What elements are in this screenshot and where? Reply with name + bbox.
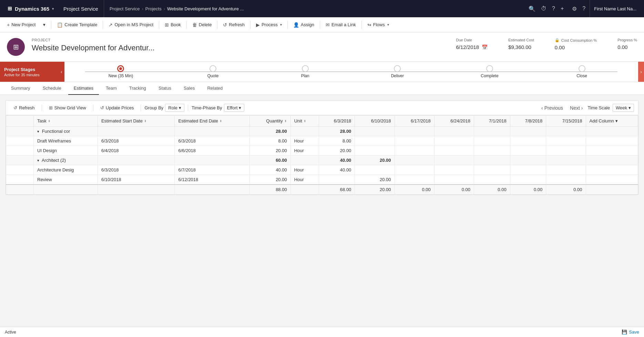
- toolbar-separator-9: [361, 21, 362, 29]
- stage-item-quote[interactable]: Quote: [167, 65, 259, 78]
- task-unit-ui: Hour: [290, 146, 319, 156]
- grid-body: ▾ Functional cor 28.00 28.00: [6, 127, 638, 195]
- plus-icon[interactable]: +: [561, 6, 564, 12]
- col-header-unit[interactable]: Unit ⬍: [290, 116, 319, 127]
- refresh-icon: ↺: [223, 22, 227, 28]
- col-header-end[interactable]: Estimated End Date ⬍: [175, 116, 249, 127]
- stage-item-close[interactable]: Close: [536, 65, 628, 78]
- tab-tracking[interactable]: Tracking: [124, 82, 152, 95]
- process-icon: ▶: [256, 22, 260, 28]
- stage-prev-button[interactable]: ‹: [59, 62, 64, 82]
- breadcrumb-item-0[interactable]: Project Service: [110, 6, 140, 11]
- footer-date3: 0.00: [395, 185, 434, 195]
- new-project-dropdown[interactable]: ▾: [40, 19, 49, 31]
- calendar-icon[interactable]: 📅: [482, 44, 488, 50]
- project-title-section: PROJECT Website Development for Adventur…: [32, 38, 449, 52]
- col-header-date5: 7/1/2018: [474, 116, 510, 127]
- tab-schedule[interactable]: Schedule: [37, 82, 67, 95]
- sort-icon: ⬍: [48, 119, 51, 123]
- grid-header-row: Task ⬍ Estimated Start Date ⬍ Estimated …: [6, 116, 638, 127]
- refresh-icon: ↺: [13, 105, 17, 110]
- cost-consumption-value: 0.00: [555, 44, 597, 50]
- time-phase-select[interactable]: Effort ▾: [224, 104, 245, 112]
- assign-button[interactable]: 👤 Assign: [290, 19, 318, 31]
- stage-item-new[interactable]: New (35 Min): [75, 65, 167, 78]
- process-label: Process: [262, 22, 278, 27]
- col-header-quantity[interactable]: Quantity ⬍: [249, 116, 290, 127]
- previous-button[interactable]: ‹ Previous: [539, 104, 565, 112]
- stage-item-complete[interactable]: Complete: [443, 65, 536, 78]
- col-header-add[interactable]: Add Column ▾: [586, 116, 638, 127]
- group-by-select[interactable]: Role ▾: [165, 104, 184, 112]
- delete-button[interactable]: 🗑 Delete: [189, 19, 215, 31]
- new-project-button[interactable]: + New Project: [3, 19, 39, 31]
- progress-value: 0.00: [617, 44, 637, 50]
- project-icon: ⊞: [7, 38, 25, 56]
- stage-item-plan[interactable]: Plan: [259, 65, 351, 78]
- chevron-right-icon: ›: [581, 105, 583, 111]
- project-meta: Due Date 6/12/2018 📅 Estimated Cost $9,3…: [456, 38, 637, 50]
- stage-item-deliver[interactable]: Deliver: [351, 65, 444, 78]
- open-ms-project-button[interactable]: ↗ Open in MS Project: [105, 19, 157, 31]
- update-prices-button[interactable]: ↺ Update Prices: [97, 103, 137, 112]
- stage-label-box: Project Stages Active for 35 minutes: [0, 62, 59, 82]
- search-icon[interactable]: 🔍: [529, 6, 535, 12]
- cost-consumption-label: 🔒 Cost Consumption %: [555, 38, 597, 42]
- estimates-refresh-button[interactable]: ↺ Refresh: [10, 103, 38, 112]
- stage-circle-deliver: [394, 65, 401, 72]
- group-by-label: Group By: [144, 105, 163, 110]
- waffle-icon: ⊞: [8, 6, 12, 12]
- question-icon[interactable]: ?: [552, 6, 555, 12]
- task-d2-review: 20.00: [355, 175, 395, 185]
- stage-circle-quote: [209, 65, 216, 72]
- user-menu[interactable]: First Name Last Na...: [590, 0, 641, 17]
- col-header-task[interactable]: Task ⬍: [34, 116, 98, 127]
- stage-circle-new: [117, 65, 124, 72]
- chevron-down-icon: ▾: [628, 105, 631, 110]
- clock-icon[interactable]: ⏱: [541, 6, 546, 12]
- tab-estimates[interactable]: Estimates: [68, 82, 99, 95]
- col-header-start[interactable]: Estimated Start Date ⬍: [98, 116, 175, 127]
- brand-dynamics365[interactable]: ⊞ Dynamics 365 ▾: [3, 0, 58, 17]
- refresh-button[interactable]: ↺ Refresh: [219, 19, 248, 31]
- estimated-cost-value: $9,360.00: [508, 44, 534, 50]
- expand-icon[interactable]: ▾: [37, 158, 39, 162]
- task-name-arch: Architecture Desig: [34, 165, 98, 175]
- stage-name-close: Close: [576, 73, 587, 78]
- book-button[interactable]: ⊞ Book: [161, 19, 184, 31]
- process-button[interactable]: ▶ Process ▾: [253, 19, 285, 31]
- stage-title: Project Stages: [4, 67, 54, 72]
- delete-label: Delete: [199, 22, 212, 27]
- cost-consumption-section: 🔒 Cost Consumption % 0.00: [555, 38, 597, 50]
- toolbar-separator-2: [103, 21, 103, 29]
- task-d1-draft: 8.00: [319, 136, 355, 146]
- tab-team[interactable]: Team: [100, 82, 122, 95]
- breadcrumb-item-1[interactable]: Projects: [145, 6, 162, 11]
- tab-status[interactable]: Status: [153, 82, 177, 95]
- brand-label: Dynamics 365: [15, 6, 49, 12]
- grid-icon: ⊞: [49, 105, 53, 110]
- group-quantity-functional: 28.00: [249, 127, 290, 136]
- help-icon[interactable]: ?: [582, 6, 585, 12]
- sort-icon: ⬍: [219, 119, 222, 123]
- tab-sales[interactable]: Sales: [178, 82, 201, 95]
- stage-next-button[interactable]: ›: [638, 62, 644, 82]
- next-button[interactable]: Next ›: [568, 104, 585, 112]
- toolbar-separator-5: [217, 21, 217, 29]
- create-template-button[interactable]: 📋 Create Template: [53, 19, 101, 31]
- tab-summary[interactable]: Summary: [6, 82, 36, 95]
- expand-icon[interactable]: ▾: [37, 129, 39, 133]
- email-link-button[interactable]: ✉ Email a Link: [322, 19, 359, 31]
- user-name: First Name Last Na...: [594, 6, 636, 11]
- row-draft-wireframes: Draft Wireframes 6/3/2018 6/3/2018 8.00 …: [6, 136, 638, 146]
- footer-date4: 0.00: [434, 185, 474, 195]
- week-select[interactable]: Week ▾: [613, 104, 634, 112]
- toolbar-separator-3: [159, 21, 159, 29]
- estimates-section: ↺ Refresh ⊞ Show Grid View ↺ Update Pric…: [6, 100, 638, 195]
- sort-icon: ⬍: [284, 119, 287, 123]
- flows-button[interactable]: ↬ Flows ▾: [364, 19, 392, 31]
- tab-related[interactable]: Related: [202, 82, 228, 95]
- show-grid-view-button[interactable]: ⊞ Show Grid View: [45, 103, 90, 112]
- settings-icon[interactable]: ⚙: [572, 6, 577, 12]
- task-end-arch: 6/7/2018: [175, 165, 249, 175]
